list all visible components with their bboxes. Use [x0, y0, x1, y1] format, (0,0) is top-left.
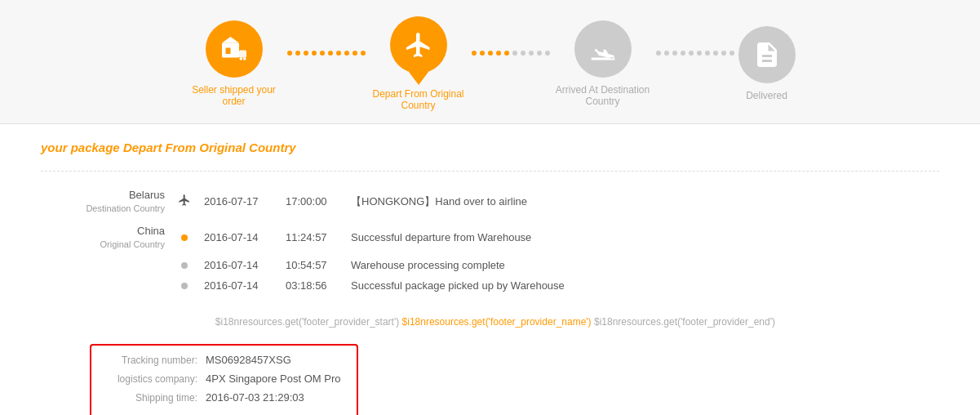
step-seller-shipped: Seller shipped your order	[185, 20, 283, 107]
date-cell: 2016-07-14	[197, 220, 279, 256]
svg-rect-3	[239, 51, 246, 58]
footer-part1: $i18nresources.get('footer_provider_star…	[215, 316, 399, 328]
step-label-depart-original: Depart From Original Country	[370, 88, 468, 111]
logistics-company-label: logistics company:	[108, 373, 206, 385]
time-cell: 11:24:57	[279, 220, 344, 256]
date-cell: 2016-07-14	[197, 255, 279, 275]
connector-1	[283, 51, 370, 56]
svg-marker-1	[222, 37, 239, 43]
tracking-number-value: MS06928457XSG	[206, 354, 291, 366]
svg-point-5	[242, 57, 246, 60]
table-row: 2016-07-14 10:54:57 Warehouse processing…	[41, 255, 775, 275]
svg-point-4	[239, 57, 242, 60]
logistics-company-row: logistics company: 4PX Singapore Post OM…	[108, 373, 340, 385]
step-delivered: Delivered	[738, 26, 796, 101]
location-sub: Original Country	[47, 239, 165, 251]
svg-rect-2	[225, 48, 230, 55]
location-sub: Destination Country	[47, 203, 165, 215]
shipping-time-value: 2016-07-03 21:29:03	[206, 391, 304, 404]
row-dot	[181, 262, 188, 269]
dot-cell	[171, 275, 197, 296]
step-arrived-destination: Arrived At Destination Country	[554, 20, 652, 107]
event-cell: Warehouse processing complete	[344, 255, 775, 275]
header-prefix: your package	[41, 141, 120, 154]
shipping-time-label: Shipping time:	[108, 392, 206, 404]
tracking-info-wrapper: Tracking number: MS06928457XSG logistics…	[41, 328, 939, 415]
time-cell: 17:00:00	[279, 184, 344, 220]
step-label-arrived-destination: Arrived At Destination Country	[554, 84, 652, 107]
header-highlight: Depart From Original Country	[123, 141, 296, 154]
tracking-number-row: Tracking number: MS06928457XSG	[108, 354, 340, 366]
tracking-number-label: Tracking number:	[108, 355, 206, 366]
table-row: China Original Country 2016-07-14 11:24:…	[41, 220, 775, 256]
row-dot	[181, 234, 188, 241]
location-main: Belarus	[47, 188, 165, 203]
location-cell	[41, 255, 171, 275]
progress-section: Seller shipped your order Depart From Or…	[0, 0, 980, 124]
tracking-info-box: Tracking number: MS06928457XSG logistics…	[90, 344, 358, 415]
time-cell: 03:18:56	[279, 275, 344, 296]
footer-part2: $i18nresources.get('footer_provider_name…	[402, 316, 592, 328]
time-cell: 10:54:57	[279, 255, 344, 275]
logistics-company-value: 4PX Singapore Post OM Pro	[206, 373, 340, 385]
step-icon-arrived-destination	[574, 20, 632, 78]
step-label-delivered: Delivered	[746, 90, 787, 101]
date-cell: 2016-07-17	[197, 184, 279, 220]
dot-cell	[171, 255, 197, 275]
row-dot	[181, 283, 188, 289]
step-depart-original: Depart From Original Country	[370, 16, 468, 111]
tracking-table: Belarus Destination Country 2016-07-17 1…	[41, 184, 775, 296]
step-icon-depart-original	[390, 16, 447, 74]
date-cell: 2016-07-14	[197, 275, 279, 296]
divider	[41, 171, 939, 172]
location-main: China	[47, 224, 165, 239]
plane-icon-cell	[171, 184, 197, 220]
plane-icon	[178, 194, 191, 207]
connector-3	[652, 51, 738, 56]
connector-2	[468, 51, 554, 56]
step-icon-delivered	[738, 26, 796, 83]
event-cell: Successful departure from Warehouse	[344, 220, 775, 256]
shipping-time-row: Shipping time: 2016-07-03 21:29:03	[108, 391, 340, 404]
main-content: your package Depart From Original Countr…	[0, 124, 980, 415]
event-cell: Successful package picked up by Warehous…	[344, 275, 775, 296]
event-cell: 【HONGKONG】Hand over to airline	[344, 184, 775, 220]
footer-provider: $i18nresources.get('footer_provider_star…	[41, 316, 775, 328]
table-row: Belarus Destination Country 2016-07-17 1…	[41, 184, 775, 220]
package-header: your package Depart From Original Countr…	[41, 141, 939, 154]
dot-cell	[171, 220, 197, 256]
footer-part3: $i18nresources.get('footer_provider_end'…	[594, 316, 775, 328]
location-cell: Belarus Destination Country	[41, 184, 171, 220]
step-label-seller-shipped: Seller shipped your order	[185, 84, 283, 107]
location-cell	[41, 275, 171, 296]
step-icon-seller-shipped	[206, 20, 263, 78]
location-cell: China Original Country	[41, 220, 171, 256]
table-row: 2016-07-14 03:18:56 Successful package p…	[41, 275, 775, 296]
